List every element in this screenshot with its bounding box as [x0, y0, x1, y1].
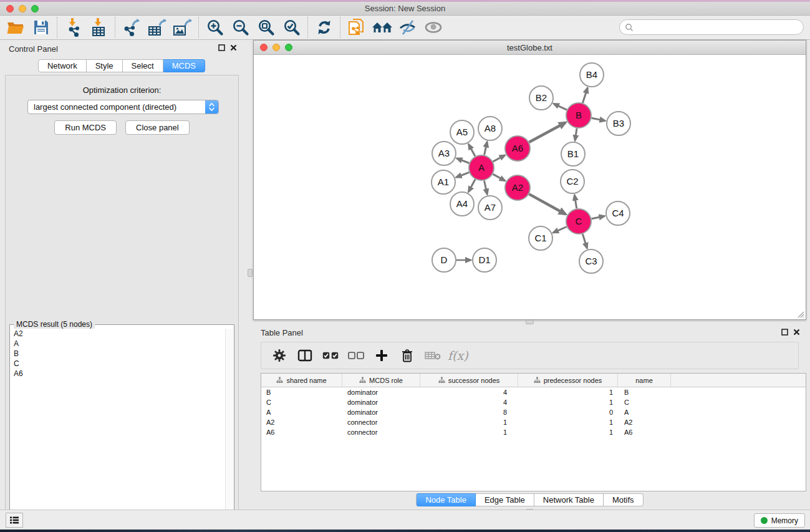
network-file-button[interactable] — [344, 16, 369, 39]
node-B2[interactable]: B2 — [529, 86, 553, 110]
export-network-button[interactable] — [118, 16, 144, 39]
criterion-dropdown[interactable]: largest connected component (directed) — [27, 100, 219, 114]
mcds-result-item[interactable]: A2 — [11, 329, 225, 339]
zoom-selected-button[interactable] — [279, 16, 304, 39]
tab-edge-table[interactable]: Edge Table — [476, 493, 534, 506]
table-row[interactable]: Adominator80A — [261, 407, 806, 417]
table-row[interactable]: A2connector11A2 — [261, 417, 806, 427]
hide-graphics-details-button[interactable] — [395, 16, 420, 39]
table-cell[interactable]: dominator — [342, 387, 420, 397]
vertical-split-handle[interactable] — [248, 269, 253, 277]
tab-node-table[interactable]: Node Table — [416, 493, 476, 506]
table-cell[interactable]: connector — [342, 427, 420, 437]
column-panel-button[interactable] — [293, 344, 316, 367]
close-panel-button[interactable]: Close panel — [125, 120, 190, 135]
horizontal-split-handle[interactable] — [526, 320, 534, 324]
table-cell[interactable]: 8 — [420, 407, 518, 417]
network-canvas[interactable]: B4B2BB3A8A5A6A3B1AC2A1A2A4A7C4CC1DD1C3 — [254, 55, 806, 319]
node-C3[interactable]: C3 — [579, 249, 603, 273]
memory-button[interactable]: Memory — [754, 513, 805, 528]
select-all-button[interactable] — [319, 344, 342, 367]
table-cell[interactable]: dominator — [342, 397, 420, 407]
zoom-fit-button[interactable] — [253, 16, 279, 39]
edge-C-C3[interactable] — [582, 234, 587, 248]
node-C1[interactable]: C1 — [529, 226, 552, 250]
table-row[interactable]: Bdominator41B — [261, 387, 806, 397]
table-cell[interactable]: A — [261, 407, 342, 417]
table-cell[interactable]: 1 — [420, 427, 518, 437]
edge-B-B4[interactable] — [582, 88, 587, 103]
node-C4[interactable]: C4 — [606, 201, 630, 225]
node-A[interactable]: A — [469, 155, 494, 180]
edge-B-B3[interactable] — [592, 118, 605, 120]
node-B1[interactable]: B1 — [561, 142, 585, 166]
resize-grip-icon[interactable] — [796, 309, 804, 318]
table-cell[interactable]: 1 — [518, 427, 618, 437]
tab-network[interactable]: Network — [38, 59, 87, 72]
node-A7[interactable]: A7 — [478, 196, 502, 220]
run-mcds-button[interactable]: Run MCDS — [54, 120, 117, 135]
table-cell[interactable]: A2 — [618, 417, 671, 427]
column-header-successor-nodes[interactable]: successor nodes — [420, 374, 518, 387]
edge-C-C4[interactable] — [592, 216, 605, 218]
mcds-result-item[interactable]: A6 — [11, 369, 225, 379]
edge-A2-C[interactable] — [529, 194, 566, 214]
close-panel-icon[interactable] — [230, 44, 237, 51]
edge-A-A5[interactable] — [469, 144, 475, 156]
table-cell[interactable]: B — [618, 387, 671, 397]
node-D[interactable]: D — [432, 248, 456, 272]
node-A4[interactable]: A4 — [450, 192, 474, 216]
edge-C-C2[interactable] — [574, 195, 576, 209]
tab-select[interactable]: Select — [123, 59, 163, 72]
column-header-name[interactable]: name — [618, 374, 671, 387]
edge-A-A7[interactable] — [484, 181, 487, 195]
open-file-button[interactable] — [2, 16, 28, 39]
delete-column-button[interactable] — [395, 344, 418, 367]
create-column-button[interactable] — [370, 344, 393, 367]
refresh-button[interactable] — [311, 16, 337, 39]
table-cell[interactable]: connector — [342, 417, 420, 427]
float-table-panel-icon[interactable] — [781, 329, 788, 336]
mcds-result-item[interactable]: C — [11, 359, 225, 369]
result-list-scrollbar[interactable] — [225, 329, 233, 532]
tab-mcds[interactable]: MCDS — [163, 59, 205, 72]
node-C2[interactable]: C2 — [561, 170, 584, 193]
edge-B-B1[interactable] — [575, 128, 577, 140]
home-button[interactable] — [369, 16, 395, 39]
show-graphics-details-button[interactable] — [420, 16, 446, 39]
table-cell[interactable]: C — [261, 397, 342, 407]
node-C[interactable]: C — [566, 209, 591, 234]
table-cell[interactable]: B — [261, 387, 342, 397]
close-table-panel-icon[interactable] — [793, 329, 800, 336]
node-D1[interactable]: D1 — [473, 248, 496, 272]
edge-B-B2[interactable] — [554, 104, 567, 110]
node-B4[interactable]: B4 — [580, 63, 604, 87]
node-A2[interactable]: A2 — [505, 175, 530, 200]
tab-style[interactable]: Style — [87, 59, 123, 72]
mcds-result-item[interactable]: A — [11, 339, 225, 349]
edge-A-A8[interactable] — [485, 142, 488, 155]
export-table-button[interactable] — [144, 16, 170, 39]
table-cell[interactable]: A2 — [261, 417, 342, 427]
edge-A-A1[interactable] — [456, 172, 470, 177]
table-cell[interactable]: 1 — [420, 417, 518, 427]
node-B[interactable]: B — [566, 103, 591, 128]
table-cell[interactable]: 1 — [518, 417, 618, 427]
column-header-MCDS-role[interactable]: MCDS role — [342, 374, 420, 387]
table-cell[interactable]: C — [618, 397, 671, 407]
column-header-shared-name[interactable]: shared name — [261, 374, 342, 387]
mcds-result-item[interactable]: B — [11, 349, 225, 359]
table-cell[interactable]: 4 — [420, 387, 518, 397]
table-settings-button[interactable] — [268, 344, 291, 367]
table-row[interactable]: A6connector11A6 — [261, 427, 806, 437]
node-A5[interactable]: A5 — [450, 120, 474, 144]
node-A1[interactable]: A1 — [432, 170, 455, 194]
edge-A6-B[interactable] — [529, 122, 565, 142]
table-cell[interactable]: 1 — [518, 387, 618, 397]
import-table-button[interactable] — [86, 16, 112, 39]
tab-motifs[interactable]: Motifs — [604, 493, 644, 506]
node-A6[interactable]: A6 — [505, 136, 530, 161]
node-A3[interactable]: A3 — [432, 142, 456, 165]
table-row[interactable]: Cdominator41C — [261, 397, 806, 407]
zoom-in-button[interactable] — [202, 16, 228, 39]
